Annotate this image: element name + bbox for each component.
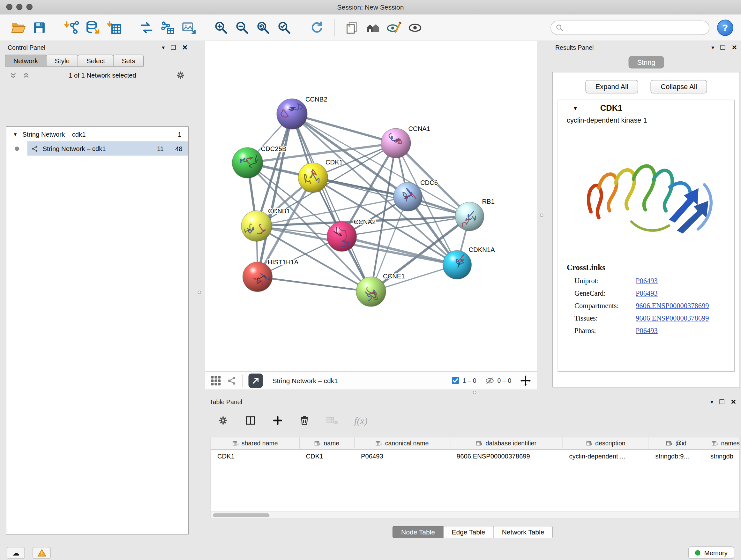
chevron-down-icon[interactable]: ▾ [711, 398, 713, 405]
network-node-HIST1H1A[interactable]: HIST1H1A [243, 259, 299, 292]
network-edge[interactable] [258, 114, 292, 277]
tab-style[interactable]: Style [46, 55, 78, 67]
table-row[interactable]: CDK1CDK1P064939606.ENSP00000378699cyclin… [211, 450, 740, 462]
network-node-CCNA1[interactable]: CCNA1 [381, 125, 430, 159]
minimize-window-button[interactable] [16, 4, 23, 10]
import-table-from-file-button[interactable] [104, 17, 125, 38]
table-cell[interactable]: CDK1 [211, 450, 300, 462]
network-edge[interactable] [258, 277, 371, 292]
close-icon[interactable]: ✕ [182, 44, 188, 51]
crosslink-value-link[interactable]: P06493 [636, 289, 658, 298]
crosshair-icon[interactable] [520, 375, 531, 386]
tab-network-table[interactable]: Network Table [493, 526, 553, 538]
tab-network[interactable]: Network [5, 55, 47, 67]
zoom-in-button[interactable] [211, 17, 232, 38]
network-node-RB1[interactable]: RB1 [455, 198, 495, 231]
horizontal-splitter-handle[interactable] [473, 391, 476, 394]
close-icon[interactable]: ✕ [731, 44, 737, 51]
float-panel-icon[interactable] [721, 45, 725, 50]
table-cell[interactable]: P06493 [355, 450, 451, 462]
table-cell[interactable]: CDK1 [300, 450, 355, 462]
string-network-graph[interactable]: CCNB2CCNA1CDC25BCDK1CDC6RB1CCNB1CCNA2CDK… [205, 41, 537, 371]
open-in-browser-button[interactable] [249, 373, 263, 388]
crosslink-value-link[interactable]: P06493 [636, 277, 658, 285]
tab-string[interactable]: String [629, 56, 664, 69]
vertical-splitter-handle[interactable] [540, 213, 543, 217]
table-cell[interactable]: stringdb [704, 450, 740, 462]
cloud-status-button[interactable]: ☁ [7, 547, 25, 559]
network-row[interactable]: String Network – cdk1 11 48 [6, 141, 188, 156]
collapse-all-icon[interactable] [10, 71, 17, 79]
collapse-all-button[interactable]: Collapse All [651, 80, 707, 94]
refresh-view-button[interactable] [307, 17, 327, 38]
selected-checkbox-icon[interactable] [452, 376, 460, 385]
memory-button[interactable]: Memory [688, 547, 734, 559]
column-header-namespace[interactable]: namespace [704, 437, 740, 450]
gear-icon[interactable] [217, 415, 229, 426]
column-header-database-identifier[interactable]: database identifier [451, 437, 563, 450]
show-columns-icon[interactable] [244, 415, 257, 427]
tab-node-table[interactable]: Node Table [393, 526, 444, 538]
crosslink-value-link[interactable]: 9606.ENSP00000378699 [636, 314, 709, 322]
tab-select[interactable]: Select [78, 55, 114, 67]
tab-sets[interactable]: Sets [113, 55, 144, 67]
close-icon[interactable]: ✕ [731, 398, 736, 406]
hidden-eye-slash-icon[interactable] [485, 376, 495, 385]
table-cell[interactable]: 9606.ENSP00000378699 [451, 450, 563, 462]
expand-all-button[interactable]: Expand All [585, 80, 638, 94]
float-panel-icon[interactable] [171, 45, 176, 50]
close-window-button[interactable] [6, 4, 13, 10]
network-edge[interactable] [292, 114, 371, 292]
show-all-button[interactable] [405, 17, 426, 38]
network-overview-icon[interactable] [227, 376, 237, 385]
warnings-button[interactable] [32, 547, 51, 559]
column-header-shared-name[interactable]: shared name [211, 437, 300, 450]
export-image-button[interactable] [178, 17, 199, 38]
chevron-down-icon[interactable]: ▾ [162, 44, 165, 51]
apply-preferred-layout-button[interactable] [136, 17, 157, 38]
network-view-canvas[interactable]: CCNB2CCNA1CDC25BCDK1CDC6RB1CCNB1CCNA2CDK… [205, 41, 537, 371]
zoom-fit-button[interactable] [253, 17, 274, 38]
table-cell[interactable]: stringdb:9... [649, 450, 704, 462]
column-header-canonical-name[interactable]: canonical name [355, 437, 451, 450]
gear-icon[interactable] [175, 70, 186, 80]
network-and-table-button[interactable] [157, 17, 178, 38]
clone-network-button[interactable] [341, 17, 362, 38]
horizontal-scrollbar[interactable] [211, 511, 740, 519]
collapse-section-icon[interactable]: ▼ [572, 105, 578, 112]
network-collection-row[interactable]: ▼ String Network – cdk1 1 [6, 127, 188, 141]
table-cell[interactable]: cyclin-dependent ... [563, 450, 649, 462]
grid-view-icon[interactable] [211, 375, 221, 386]
save-session-button[interactable] [29, 17, 50, 38]
network-node-CDC6[interactable]: CDC6 [394, 179, 438, 211]
expand-all-icon[interactable] [23, 71, 30, 79]
crosslink-value-link[interactable]: P06493 [636, 327, 658, 335]
scrollbar-thumb[interactable] [213, 513, 270, 517]
add-column-icon[interactable] [272, 415, 283, 426]
zoom-fit-icon [256, 21, 271, 35]
tab-edge-table[interactable]: Edge Table [443, 526, 494, 538]
network-node-CDK1[interactable]: CDK1 [298, 159, 343, 193]
zoom-out-button[interactable] [232, 17, 253, 38]
delete-column-icon[interactable] [299, 415, 310, 426]
tree-expanded-icon[interactable]: ▼ [13, 132, 18, 137]
column-header-name[interactable]: name [300, 437, 355, 450]
window-controls [6, 4, 33, 10]
import-network-from-database-button[interactable] [82, 17, 104, 38]
crosslink-value-link[interactable]: 9606.ENSP00000378699 [636, 302, 709, 310]
zoom-selected-button[interactable] [274, 17, 295, 38]
network-node-CCNB2[interactable]: CCNB2 [277, 96, 327, 129]
import-network-from-file-button[interactable] [61, 17, 82, 38]
chevron-down-icon[interactable]: ▾ [711, 44, 714, 51]
external-link-icon [252, 377, 259, 384]
vertical-splitter-handle[interactable] [198, 291, 201, 294]
column-header--id[interactable]: @id [649, 437, 704, 450]
column-header-description[interactable]: description [563, 437, 649, 450]
float-panel-icon[interactable] [720, 399, 724, 404]
zoom-window-button[interactable] [26, 4, 33, 10]
starter-panel-button[interactable] [362, 17, 384, 38]
help-button[interactable]: ? [717, 20, 733, 36]
hide-selected-button[interactable] [384, 17, 405, 38]
open-session-button[interactable] [8, 17, 29, 38]
search-input[interactable] [563, 23, 704, 32]
